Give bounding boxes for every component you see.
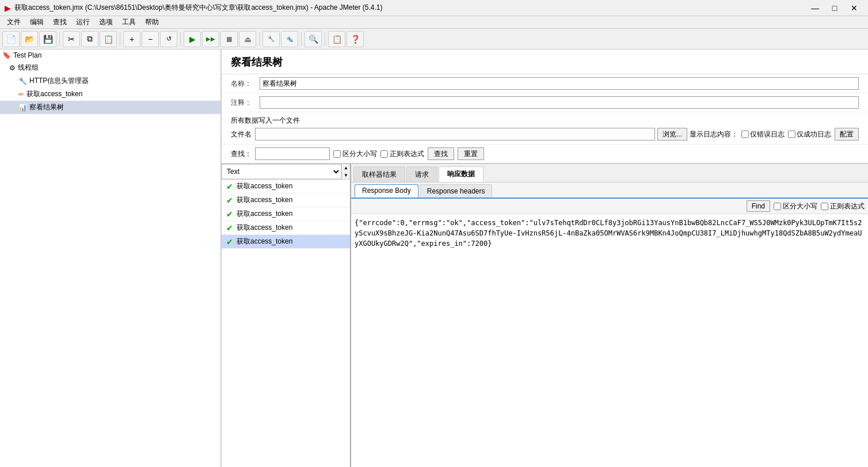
remote-start-button[interactable]: 🔧: [262, 31, 280, 47]
result-label-2: 获取access_token: [237, 195, 292, 205]
thread-group-icon: ⚙: [9, 64, 16, 72]
content-area: 察看结果树 名称： 注释： 所有数据写入一个文件 文件名 浏览... 显示日志内…: [222, 50, 868, 467]
remove-button[interactable]: −: [142, 31, 159, 47]
clear-all-button[interactable]: 📋: [328, 31, 345, 47]
success-icon-4: ✔: [226, 223, 233, 233]
view-tree-label: 察看结果树: [29, 102, 64, 112]
only-success-option[interactable]: 仅成功日志: [788, 128, 831, 141]
name-label: 名称：: [231, 79, 260, 89]
result-item-4[interactable]: ✔ 获取access_token: [222, 221, 350, 235]
panel-title: 察看结果树: [222, 50, 868, 74]
response-content: {"errcode":0,"errmsg":"ok","access_token…: [351, 214, 868, 467]
minimize-button[interactable]: —: [806, 2, 824, 14]
window-title: 获取access_token.jmx (C:\Users\86151\Deskt…: [14, 3, 383, 13]
close-button[interactable]: ✕: [845, 2, 863, 14]
sidebar-item-http-header[interactable]: 🔧 HTTP信息头管理器: [0, 74, 220, 88]
sub-tab-response-body[interactable]: Response Body: [355, 184, 418, 198]
success-icon-1: ✔: [226, 182, 233, 191]
result-item-2[interactable]: ✔ 获取access_token: [222, 193, 350, 207]
menubar: 文件编辑查找运行选项工具帮助: [0, 16, 868, 29]
scroll-up-button[interactable]: ▲: [342, 164, 350, 172]
add-button[interactable]: +: [123, 31, 140, 47]
main-tab-bar: 取样器结果 请求 响应数据: [351, 164, 868, 183]
success-icon-5: ✔: [226, 237, 233, 246]
start-no-pauses-button[interactable]: ▶▶: [202, 31, 219, 47]
menu-item-帮助[interactable]: 帮助: [140, 16, 163, 28]
display-log-label: 显示日志内容：: [690, 130, 738, 139]
name-input[interactable]: [260, 77, 859, 90]
toolbar: 📄 📂 💾 ✂ ⧉ 📋 + − ↺ ▶ ▶▶ ⏹ ⏏ 🔧 🔩 🔍 📋 ❓: [0, 29, 868, 50]
help-button[interactable]: ❓: [347, 31, 364, 47]
copy-button[interactable]: ⧉: [81, 31, 98, 47]
paste-button[interactable]: 📋: [100, 31, 117, 47]
sidebar-item-thread-group[interactable]: ⚙ 线程组: [0, 61, 220, 74]
http-header-icon: 🔧: [18, 77, 27, 85]
comment-row: 注释：: [222, 93, 868, 112]
new-button[interactable]: 📄: [2, 31, 20, 47]
config-button[interactable]: 配置: [835, 128, 859, 141]
search-button[interactable]: 🔍: [304, 31, 322, 47]
file-name-label: 文件名: [231, 130, 253, 139]
get-token-label: 获取access_token: [26, 89, 82, 99]
regex-option[interactable]: 正则表达式: [380, 149, 424, 159]
tab-sampler-result[interactable]: 取样器结果: [353, 166, 405, 182]
clear-button[interactable]: ↺: [160, 31, 177, 47]
file-section-title: 所有数据写入一个文件: [231, 116, 859, 126]
sidebar-item-test-plan[interactable]: 🔖 Test Plan: [0, 50, 220, 61]
result-label-5: 获取access_token: [237, 237, 292, 246]
result-item-3[interactable]: ✔ 获取access_token: [222, 207, 350, 221]
start-button[interactable]: ▶: [184, 31, 201, 47]
shutdown-button[interactable]: ⏏: [239, 31, 256, 47]
save-button[interactable]: 💾: [39, 31, 56, 47]
tab-response-data[interactable]: 响应数据: [439, 166, 484, 182]
menu-item-文件[interactable]: 文件: [2, 16, 25, 28]
menu-item-工具[interactable]: 工具: [117, 16, 140, 28]
find-button[interactable]: 查找: [428, 147, 454, 160]
success-icon-3: ✔: [226, 210, 233, 219]
search-bar: 查找： 区分大小写 正则表达式 查找 重置: [222, 145, 868, 164]
maximize-button[interactable]: □: [825, 2, 844, 14]
result-label-3: 获取access_token: [237, 209, 292, 219]
app-icon: ▶: [5, 3, 11, 13]
sidebar-item-get-token[interactable]: ✏ 获取access_token: [0, 88, 220, 101]
test-plan-icon: 🔖: [2, 51, 11, 59]
file-section: 所有数据写入一个文件 文件名 浏览... 显示日志内容： 仅错误日志 仅成功日志…: [222, 112, 868, 145]
tab-request[interactable]: 请求: [406, 166, 437, 182]
browse-button[interactable]: 浏览...: [657, 128, 687, 141]
result-label-1: 获取access_token: [237, 181, 292, 191]
main-layout: 🔖 Test Plan ⚙ 线程组 🔧 HTTP信息头管理器 ✏ 获取acces…: [0, 50, 868, 467]
thread-group-label: 线程组: [18, 63, 39, 73]
remote-start-all-button[interactable]: 🔩: [281, 31, 298, 47]
search-input[interactable]: [255, 147, 330, 160]
stop-button[interactable]: ⏹: [220, 31, 238, 47]
case-sensitive-option[interactable]: 区分大小写: [333, 149, 377, 159]
menu-item-选项[interactable]: 选项: [94, 16, 117, 28]
result-item-5[interactable]: ✔ 获取access_token: [222, 235, 350, 249]
sidebar-item-view-tree[interactable]: 📊 察看结果树: [0, 101, 220, 114]
get-token-icon: ✏: [18, 90, 24, 98]
list-header: Text JSON XML HTML Regexp Tester ▲ ▼: [222, 164, 350, 180]
menu-item-编辑[interactable]: 编辑: [25, 16, 48, 28]
find-button-detail[interactable]: Find: [747, 200, 770, 212]
success-icon-2: ✔: [226, 196, 233, 205]
http-header-label: HTTP信息头管理器: [29, 76, 89, 86]
sub-tab-response-headers[interactable]: Response headers: [420, 184, 493, 198]
cut-button[interactable]: ✂: [63, 31, 80, 47]
menu-item-运行[interactable]: 运行: [71, 16, 94, 28]
scroll-down-button[interactable]: ▼: [342, 172, 350, 179]
file-name-input[interactable]: [255, 128, 655, 141]
reset-button[interactable]: 重置: [458, 147, 484, 160]
only-errors-option[interactable]: 仅错误日志: [741, 128, 785, 141]
view-type-select[interactable]: Text JSON XML HTML Regexp Tester: [222, 164, 341, 179]
result-list: ✔ 获取access_token ✔ 获取access_token ✔ 获取ac…: [222, 180, 350, 249]
find-regex-option[interactable]: 正则表达式: [821, 202, 865, 211]
comment-input[interactable]: [260, 96, 859, 109]
menu-item-查找[interactable]: 查找: [48, 16, 71, 28]
result-label-4: 获取access_token: [237, 223, 292, 233]
open-button[interactable]: 📂: [21, 31, 38, 47]
sidebar: 🔖 Test Plan ⚙ 线程组 🔧 HTTP信息头管理器 ✏ 获取acces…: [0, 50, 222, 467]
test-plan-label: Test Plan: [13, 51, 41, 59]
sub-tab-bar: Response Body Response headers: [351, 183, 868, 199]
find-case-option[interactable]: 区分大小写: [774, 202, 817, 211]
result-item-1[interactable]: ✔ 获取access_token: [222, 180, 350, 193]
